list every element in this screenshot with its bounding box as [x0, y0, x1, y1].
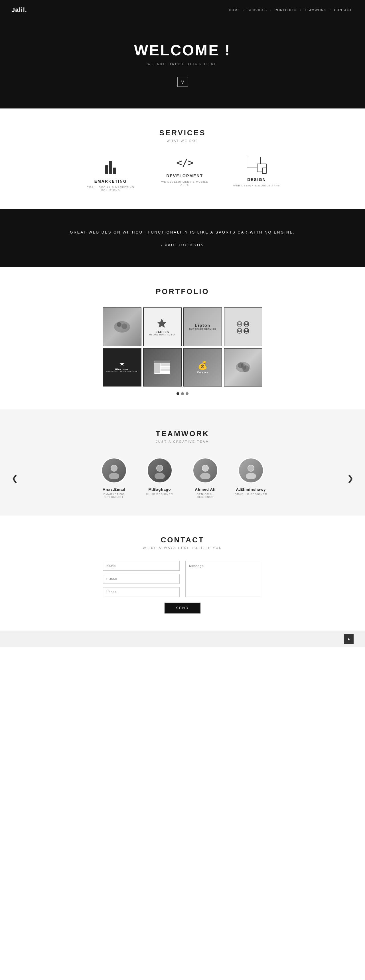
- portfolio-dot-3[interactable]: [186, 392, 189, 395]
- nav-services[interactable]: SERVICES: [246, 7, 268, 13]
- bar-chart-bar2: [109, 161, 112, 174]
- svg-rect-21: [160, 367, 170, 369]
- portfolio-item-3[interactable]: [224, 307, 263, 346]
- member-name-3: A.Eliminshawy: [234, 487, 268, 492]
- portfolio-label-1: EAGLES WE ARE BORN TO FLY: [144, 308, 181, 346]
- portfolio-item-6[interactable]: 💰 Pesos: [183, 348, 222, 387]
- nav-sep-4: /: [330, 8, 330, 12]
- portfolio-item-1[interactable]: EAGLES WE ARE BORN TO FLY: [143, 307, 182, 346]
- member-role-3: GRAPHIC DESIGNER: [234, 493, 268, 496]
- teamwork-subtitle: JUST A CREATIVE TEAM: [6, 440, 359, 443]
- team-prev-button[interactable]: ❮: [8, 471, 21, 485]
- contact-title: CONTACT: [11, 536, 354, 544]
- portfolio-label-7: [224, 348, 262, 386]
- emarketing-icon: [102, 157, 119, 174]
- birds-svg: [113, 318, 131, 336]
- development-desc: WE DEVELOPMENT & MOBILE APPS: [159, 180, 211, 186]
- services-title: SERVICES: [11, 129, 354, 137]
- contact-subtitle: WE'RE ALWAYS HERE TO HELP YOU: [11, 546, 354, 549]
- form-left: [103, 561, 179, 597]
- design-title: DESIGN: [233, 177, 280, 182]
- avatar-1: [147, 458, 173, 483]
- name-input[interactable]: [103, 561, 179, 571]
- phone-input[interactable]: [103, 587, 179, 597]
- member-name-1: M.Baghago: [143, 487, 177, 492]
- back-to-top-button[interactable]: ▲: [344, 634, 354, 644]
- portfolio-title: PORTFOLIO: [6, 287, 359, 296]
- teamwork-section: TEAMWORK JUST A CREATIVE TEAM ❮ Anas.Ema…: [0, 409, 365, 515]
- svg-point-31: [154, 473, 165, 479]
- services-subtitle: WHAT WE DO?: [11, 139, 354, 142]
- portfolio-dot-2[interactable]: [181, 392, 184, 395]
- form-right: [186, 561, 262, 597]
- service-design: DESIGN WEB DESIGN & MOBILE APPS: [233, 157, 280, 191]
- member-name-2: Ahmed Ali: [188, 487, 222, 492]
- email-input[interactable]: [103, 574, 179, 584]
- svg-point-29: [111, 465, 117, 471]
- member-role-2: SENIOR UI DESIGNER: [188, 493, 222, 498]
- portfolio-item-4[interactable]: Finanova PARTNERS / INVESTISSEURS: [103, 348, 141, 387]
- svg-marker-16: [120, 362, 124, 366]
- member-role-1: UI/UX DESIGNER: [143, 493, 177, 496]
- services-section: SERVICES WHAT WE DO? EMARKETING EMAIL, S…: [0, 108, 365, 209]
- member-name-0: Anas.Emad: [97, 487, 131, 492]
- nav-links: HOME / SERVICES / PORTFOLIO / TEAMWORK /…: [227, 7, 354, 13]
- service-emarketing: EMARKETING EMAIL, SOCIAL & MARKETING SOL…: [85, 157, 136, 191]
- avatar-img-1: [151, 462, 168, 479]
- portfolio-label-6: 💰 Pesos: [184, 348, 222, 386]
- hero-title: WELCOME !: [134, 42, 231, 59]
- svg-point-1: [117, 322, 122, 327]
- emarketing-desc: EMAIL, SOCIAL & MARKETING SOLUTIONS: [85, 186, 136, 191]
- quote-text: GREAT WEB DESIGN WITHOUT FUNCTIONALITY I…: [23, 229, 342, 236]
- portfolio-section: PORTFOLIO EAGLES WE ARE BORN T: [0, 267, 365, 409]
- team-slider: ❮ Anas.Emad EMARKETING SPECIALIST: [6, 458, 359, 498]
- portfolio-label-2: Lipton SUPERIOR SERVICE: [184, 308, 222, 346]
- development-title: DEVELOPMENT: [159, 173, 211, 178]
- people-svg: [234, 318, 252, 336]
- hero-subtitle: WE ARE HAPPY BEING HERE: [148, 62, 217, 66]
- svg-point-38: [248, 465, 254, 471]
- portfolio-item-5[interactable]: [143, 348, 182, 387]
- portfolio-label-4: Finanova PARTNERS / INVESTISSEURS: [103, 348, 141, 386]
- team-grid: Anas.Emad EMARKETING SPECIALIST M.Baghag…: [97, 458, 268, 498]
- design-icon: [247, 157, 267, 172]
- nav-contact[interactable]: CONTACT: [332, 7, 354, 13]
- portfolio-item-2[interactable]: Lipton SUPERIOR SERVICE: [183, 307, 222, 346]
- scroll-down-icon[interactable]: ∨: [177, 77, 188, 87]
- service-development: </> DEVELOPMENT WE DEVELOPMENT & MOBILE …: [159, 157, 211, 191]
- svg-point-15: [245, 332, 248, 333]
- portfolio-item-7[interactable]: [224, 348, 263, 387]
- nav-teamwork[interactable]: TEAMWORK: [303, 7, 328, 13]
- website-screenshot: [154, 360, 171, 374]
- svg-point-10: [245, 322, 248, 324]
- svg-point-35: [202, 465, 208, 471]
- emarketing-title: EMARKETING: [85, 179, 136, 183]
- avatar-3: [238, 458, 264, 483]
- team-next-button[interactable]: ❯: [344, 471, 357, 485]
- contact-form: [103, 561, 262, 597]
- member-role-0: EMARKETING SPECIALIST: [97, 493, 131, 498]
- quote-author: - PAUL COOKSON: [23, 243, 342, 247]
- svg-point-14: [245, 329, 248, 331]
- svg-marker-3: [157, 318, 167, 328]
- nav-portfolio[interactable]: PORTFOLIO: [273, 7, 298, 13]
- portfolio-item-0[interactable]: [103, 307, 141, 346]
- quote-section: GREAT WEB DESIGN WITHOUT FUNCTIONALITY I…: [0, 209, 365, 267]
- portfolio-dot-1[interactable]: [176, 392, 179, 395]
- svg-point-2: [122, 323, 127, 329]
- logo: Jalil.: [11, 6, 27, 14]
- nav-sep-3: /: [300, 8, 301, 12]
- bar-chart-bar1: [105, 165, 108, 174]
- svg-point-12: [238, 329, 241, 331]
- avatar-img-0: [106, 462, 122, 479]
- team-member-2: Ahmed Ali SENIOR UI DESIGNER: [188, 458, 222, 498]
- svg-rect-19: [154, 363, 160, 373]
- portfolio-label-3: [224, 308, 262, 346]
- nav-home[interactable]: HOME: [227, 7, 242, 13]
- phone-icon: [262, 167, 267, 174]
- svg-point-13: [238, 332, 241, 333]
- message-textarea[interactable]: [186, 561, 262, 597]
- avatar-0: [101, 458, 127, 483]
- send-button[interactable]: SEND: [165, 603, 200, 614]
- svg-point-9: [238, 325, 241, 326]
